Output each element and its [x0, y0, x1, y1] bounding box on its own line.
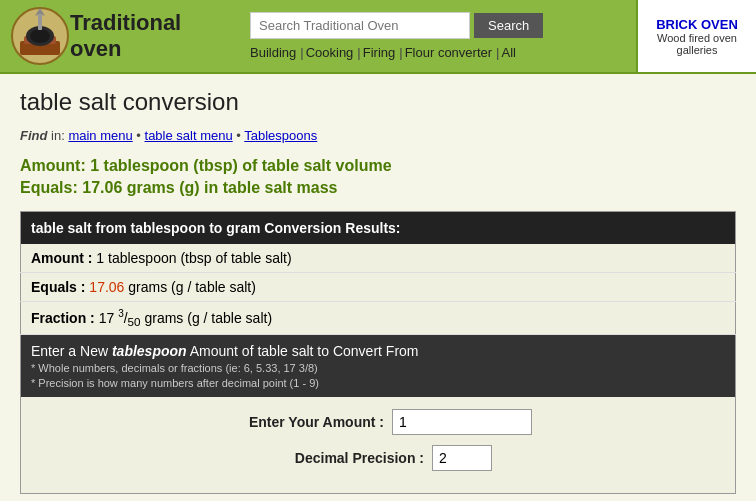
logo-line2: oven	[70, 36, 121, 61]
search-row: Search	[250, 12, 626, 39]
nav-cooking[interactable]: Cooking	[306, 45, 354, 60]
table-header-row: table salt from tablespoon to gram Conve…	[21, 212, 736, 245]
nav-all[interactable]: All	[501, 45, 515, 60]
page-title: table salt conversion	[20, 88, 736, 116]
fraction-rest: grams (g / table salt)	[144, 310, 272, 326]
search-button[interactable]: Search	[474, 13, 543, 38]
search-input[interactable]	[250, 12, 470, 39]
equals-label: Equals:	[20, 179, 82, 196]
decimal-input-row: Decimal Precision :	[31, 445, 725, 471]
breadcrumb: Find in: main menu • table salt menu • T…	[20, 128, 736, 143]
breadcrumb-tablespoons[interactable]: Tablespoons	[244, 128, 317, 143]
logo-icon	[10, 6, 70, 66]
amount-row-value: 1 tablespoon (tbsp of table salt)	[96, 250, 291, 266]
site-header: Traditional oven Search Building | Cooki…	[0, 0, 756, 74]
amount-line: Amount: 1 tablespoon (tbsp) of table sal…	[20, 157, 736, 175]
logo-text: Traditional oven	[70, 10, 181, 63]
equals-row-rest: grams (g / table salt)	[128, 279, 256, 295]
table-equals-cell: Equals : 17.06 grams (g / table salt)	[21, 273, 736, 302]
table-header: table salt from tablespoon to gram Conve…	[21, 212, 736, 245]
equals-line: Equals: 17.06 grams (g) in table salt ma…	[20, 179, 736, 197]
hint1: * Whole numbers, decimals or fractions (…	[31, 362, 725, 374]
breadcrumb-salt-menu[interactable]: table salt menu	[145, 128, 233, 143]
amount-value: 1 tablespoon (tbsp) of table salt volume	[90, 157, 391, 174]
equals-row-label: Equals :	[31, 279, 85, 295]
enter-your-amount-label: Enter Your Amount :	[224, 414, 384, 430]
table-row-amount: Amount : 1 tablespoon (tbsp of table sal…	[21, 244, 736, 273]
table-fraction-cell: Fraction : 17 3/50 grams (g / table salt…	[21, 302, 736, 335]
nav-flour-converter[interactable]: Flour converter	[405, 45, 492, 60]
fraction-row-label: Fraction :	[31, 310, 95, 326]
brick-oven-title: BRICK OVEN	[656, 17, 738, 32]
decimal-precision-label: Decimal Precision :	[264, 450, 424, 466]
nav-firing[interactable]: Firing	[363, 45, 396, 60]
search-area: Search Building | Cooking | Firing | Flo…	[240, 0, 636, 72]
logo-line1: Traditional	[70, 10, 181, 35]
brick-oven-subtitle: Wood fired oven galleries	[657, 32, 737, 56]
svg-point-4	[30, 29, 50, 43]
conversion-table: table salt from tablespoon to gram Conve…	[20, 211, 736, 494]
table-amount-cell: Amount : 1 tablespoon (tbsp of table sal…	[21, 244, 736, 273]
amount-input[interactable]	[392, 409, 532, 435]
enter-title: Enter a New tablespoon Amount of table s…	[31, 343, 725, 359]
fraction-denominator: 50	[128, 315, 141, 328]
nav-building[interactable]: Building	[250, 45, 296, 60]
equals-value: 17.06 grams (g) in table salt mass	[82, 179, 337, 196]
hint2: * Precision is how many numbers after de…	[31, 377, 725, 389]
amount-label: Amount:	[20, 157, 90, 174]
input-row-amount: Enter Your Amount : Decimal Precision :	[21, 397, 736, 494]
decimal-input[interactable]	[432, 445, 492, 471]
nav-row: Building | Cooking | Firing | Flour conv…	[250, 45, 626, 60]
table-row-equals: Equals : 17.06 grams (g / table salt)	[21, 273, 736, 302]
enter-section-row: Enter a New tablespoon Amount of table s…	[21, 335, 736, 398]
svg-rect-6	[38, 14, 42, 30]
breadcrumb-main-menu[interactable]: main menu	[68, 128, 132, 143]
fraction-whole: 17	[99, 310, 115, 326]
logo-area: Traditional oven	[0, 0, 240, 72]
brick-oven-panel: BRICK OVEN Wood fired oven galleries	[636, 0, 756, 72]
equals-row-colored: 17.06	[89, 279, 124, 295]
main-content: table salt conversion Find in: main menu…	[0, 74, 756, 501]
table-row-fraction: Fraction : 17 3/50 grams (g / table salt…	[21, 302, 736, 335]
amount-row-label: Amount :	[31, 250, 92, 266]
find-label: Find	[20, 128, 47, 143]
enter-section: Enter a New tablespoon Amount of table s…	[21, 335, 736, 398]
input-section: Enter Your Amount : Decimal Precision :	[21, 397, 736, 494]
fraction-numerator: 3	[118, 308, 124, 319]
amount-input-row: Enter Your Amount :	[31, 409, 725, 435]
enter-em: tablespoon	[112, 343, 187, 359]
